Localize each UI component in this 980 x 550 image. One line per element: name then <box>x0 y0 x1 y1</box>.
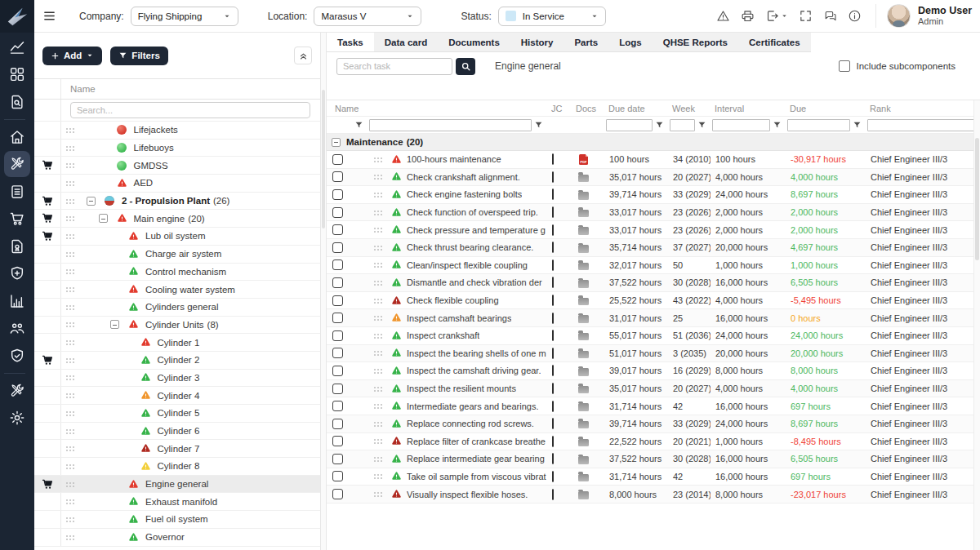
user-menu[interactable]: Demo User Admin <box>875 4 972 28</box>
drag-handle-icon[interactable] <box>66 251 75 257</box>
cart-indicator-icon[interactable] <box>34 193 61 210</box>
folder-icon[interactable] <box>578 175 589 183</box>
job-card-icon[interactable] <box>552 471 554 482</box>
cart-indicator-icon[interactable] <box>34 476 61 493</box>
folder-icon[interactable] <box>578 421 589 429</box>
row-checkbox[interactable] <box>332 224 343 235</box>
tree-item-governor[interactable]: Governor <box>34 529 320 547</box>
tab-tasks[interactable]: Tasks <box>327 33 374 51</box>
export-icon[interactable] <box>765 9 788 23</box>
drag-handle-icon[interactable] <box>66 304 75 310</box>
tab-certificates[interactable]: Certificates <box>738 33 811 51</box>
drag-handle-icon[interactable] <box>66 446 75 451</box>
funnel-icon[interactable] <box>352 121 366 130</box>
task-row-clean-inspect-flexible-coupling[interactable]: Clean/inspect flexible coupling32,017 ho… <box>327 257 980 275</box>
row-checkbox[interactable] <box>332 259 343 270</box>
task-row-take-oil-sample-from-viscous-vibrat[interactable]: Take oil sample from viscous vibrat31,71… <box>327 468 980 486</box>
folder-icon[interactable] <box>578 456 589 464</box>
tree-item-gmdss[interactable]: GMDSS <box>34 157 320 175</box>
drag-handle-icon[interactable] <box>66 499 75 504</box>
chat-icon[interactable] <box>823 9 837 23</box>
task-row-check-function-of-overspeed-trip-[interactable]: Check function of overspeed trip.33,017 … <box>327 204 980 222</box>
settings-gear-icon[interactable] <box>4 405 30 431</box>
row-checkbox[interactable] <box>332 454 343 464</box>
cart-indicator-icon[interactable] <box>34 157 61 174</box>
tab-parts[interactable]: Parts <box>564 33 608 51</box>
row-checkbox[interactable] <box>332 384 343 394</box>
drag-handle-icon[interactable] <box>66 127 75 133</box>
task-row-check-pressure-and-temperature-g[interactable]: Check pressure and temperature g33,017 h… <box>327 221 980 239</box>
folder-icon[interactable] <box>578 333 589 341</box>
filters-button[interactable]: Filters <box>110 47 168 65</box>
task-row-inspect-crankshaft[interactable]: Inspect crankshaft55,017 hours51 (2036)2… <box>327 327 980 345</box>
job-card-icon[interactable] <box>552 453 554 464</box>
include-subcomponents-checkbox[interactable] <box>839 60 850 72</box>
folder-icon[interactable] <box>578 439 589 447</box>
app-logo[interactable] <box>0 0 34 33</box>
funnel-icon[interactable] <box>695 121 709 130</box>
row-checkbox[interactable] <box>332 330 343 341</box>
workshop-tools-icon[interactable] <box>4 378 30 404</box>
collapse-all-button[interactable] <box>294 47 312 64</box>
folder-icon[interactable] <box>578 192 589 200</box>
job-card-icon[interactable] <box>552 206 554 218</box>
column-header-docs[interactable]: Docs <box>572 104 604 113</box>
tree-item-cylinder-5[interactable]: Cylinder 5 <box>34 405 320 423</box>
row-checkbox[interactable] <box>332 471 343 481</box>
status-select[interactable]: In Service <box>498 7 606 26</box>
task-row-intermediate-gears-and-bearings-[interactable]: Intermediate gears and bearings.31,714 h… <box>327 397 980 415</box>
tab-documents[interactable]: Documents <box>438 33 510 51</box>
tree-item-charge-air-system[interactable]: Charge air system <box>34 246 320 264</box>
drag-handle-icon[interactable] <box>66 357 75 363</box>
home-icon[interactable] <box>4 124 30 150</box>
tab-qhse-reports[interactable]: QHSE Reports <box>653 33 738 51</box>
tree-item-aed[interactable]: AED <box>34 175 320 193</box>
row-checkbox[interactable] <box>332 171 343 182</box>
drag-handle-icon[interactable] <box>66 322 75 327</box>
tree-item-engine-general[interactable]: Engine general <box>34 476 320 494</box>
menu-icon[interactable] <box>42 9 56 23</box>
row-checkbox[interactable] <box>332 401 343 411</box>
job-card-icon[interactable] <box>552 383 554 394</box>
folder-icon[interactable] <box>578 474 589 482</box>
add-button[interactable]: Add <box>42 47 102 65</box>
task-row-replace-intermediate-gear-bearing[interactable]: Replace intermediate gear bearing37,522 … <box>327 450 980 468</box>
safety-shield-plus-icon[interactable] <box>4 260 30 286</box>
tree-item-cylinder-8[interactable]: Cylinder 8 <box>34 458 320 476</box>
drag-handle-icon[interactable] <box>66 339 75 345</box>
tree-item-cylinder-1[interactable]: Cylinder 1 <box>34 334 320 352</box>
tree-scrollbar[interactable] <box>320 33 327 550</box>
drag-handle-icon[interactable] <box>374 227 383 233</box>
drag-handle-icon[interactable] <box>374 315 383 321</box>
qhse-shield-check-icon[interactable] <box>4 343 30 369</box>
job-card-icon[interactable] <box>552 418 554 429</box>
tree-item-cylinder-7[interactable]: Cylinder 7 <box>34 440 320 458</box>
folder-icon[interactable] <box>578 245 589 253</box>
drag-handle-icon[interactable] <box>66 286 75 292</box>
funnel-icon[interactable] <box>532 121 546 130</box>
tree-item-exhaust-manifold[interactable]: Exhaust manifold <box>34 493 320 511</box>
folder-icon[interactable] <box>578 368 589 376</box>
task-row-inspect-the-bearing-shells-of-one-m[interactable]: Inspect the bearing shells of one m51,01… <box>327 345 980 363</box>
column-header-week[interactable]: Week <box>668 104 710 113</box>
row-checkbox[interactable] <box>332 295 343 306</box>
tree-expander[interactable] <box>99 214 108 223</box>
tree-expander[interactable] <box>87 197 96 206</box>
job-card-icon[interactable] <box>552 224 554 236</box>
task-row-inspect-camshaft-bearings[interactable]: Inspect camshaft bearings31,017 hours251… <box>327 309 980 327</box>
drag-handle-icon[interactable] <box>66 268 75 274</box>
task-row-check-thrust-bearing-clearance-[interactable]: Check thrust bearing clearance.35,714 ho… <box>327 239 980 257</box>
column-filter-input[interactable] <box>369 119 532 131</box>
column-filter-input[interactable] <box>867 119 980 131</box>
drag-handle-icon[interactable] <box>66 180 75 186</box>
main-scrollbar-thumb[interactable] <box>975 138 979 260</box>
drag-handle-icon[interactable] <box>66 233 75 239</box>
tree-item-cylinder-2[interactable]: Cylinder 2 <box>34 352 320 370</box>
column-filter-input[interactable] <box>606 119 653 131</box>
drag-handle-icon[interactable] <box>374 192 383 197</box>
drag-handle-icon[interactable] <box>66 410 75 416</box>
apps-grid-icon[interactable] <box>4 61 30 87</box>
column-header-interval[interactable]: Interval <box>710 104 786 113</box>
location-select[interactable]: Marasus V <box>314 7 421 26</box>
job-card-icon[interactable] <box>552 171 554 183</box>
